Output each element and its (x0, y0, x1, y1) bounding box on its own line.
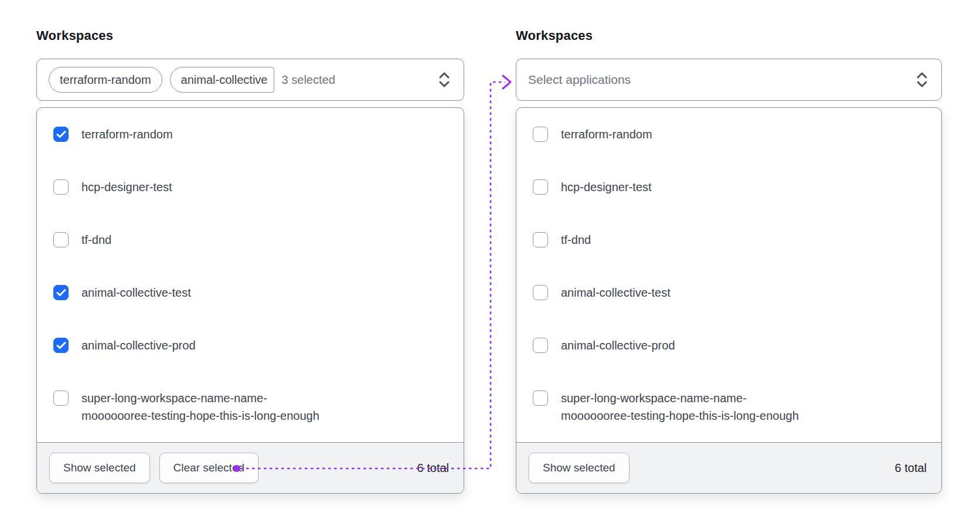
checkbox[interactable] (533, 338, 548, 353)
right-multiselect: Workspaces Select applications terraform… (516, 26, 942, 494)
right-panel-title: Workspaces (516, 26, 942, 46)
option-row[interactable]: animal-collective-test (516, 266, 941, 319)
check-icon (56, 288, 66, 297)
option-row[interactable]: tf-dnd (516, 213, 941, 266)
option-label: super-long-workspace-name-name- moooooor… (561, 389, 799, 424)
chevron-up-down-icon (437, 71, 452, 89)
option-row[interactable]: super-long-workspace-name-name- moooooor… (37, 372, 464, 442)
selected-count-text: 3 selected (282, 73, 335, 87)
option-label: tf-dnd (561, 231, 591, 249)
checkbox[interactable] (53, 338, 69, 353)
checkbox[interactable] (53, 232, 69, 247)
option-label: terraform-random (81, 125, 173, 143)
option-label: animal-collective-prod (81, 337, 196, 354)
selected-tag-label: animal-collective (181, 73, 268, 87)
option-label: terraform-random (561, 125, 652, 143)
option-row[interactable]: terraform-random (37, 108, 464, 161)
check-icon (56, 341, 66, 349)
option-label: animal-collective-prod (561, 337, 675, 354)
left-panel-title: Workspaces (36, 26, 464, 46)
right-options-listbox: terraform-random hcp-designer-test tf-dn… (516, 107, 942, 494)
option-row[interactable]: super-long-workspace-name-name- moooooor… (516, 372, 941, 442)
option-label: hcp-designer-test (81, 178, 172, 196)
checkbox[interactable] (533, 285, 548, 300)
option-label: animal-collective-test (81, 284, 191, 301)
right-listbox-footer: Show selected 6 total (516, 442, 941, 493)
right-select-trigger[interactable]: Select applications (516, 59, 942, 101)
checkbox[interactable] (53, 390, 69, 406)
selected-tag-truncated: animal-collective (170, 67, 274, 93)
option-row[interactable]: terraform-random (516, 108, 941, 161)
left-listbox-footer: Show selected Clear selected 6 total (37, 442, 464, 493)
option-label: tf-dnd (81, 231, 111, 249)
checkbox[interactable] (533, 179, 548, 195)
checkbox[interactable] (533, 232, 548, 247)
select-placeholder: Select applications (528, 73, 631, 87)
check-icon (56, 130, 66, 138)
selected-tag-label: terraform-random (60, 73, 151, 87)
checkbox[interactable] (53, 285, 69, 300)
chevron-up-down-icon (914, 71, 930, 89)
total-count-text: 6 total (417, 461, 449, 475)
total-count-text: 6 total (895, 461, 927, 475)
page: Workspaces terraform-random animal-colle… (0, 0, 980, 523)
option-label: hcp-designer-test (561, 178, 652, 196)
checkbox[interactable] (533, 390, 548, 406)
option-row[interactable]: animal-collective-prod (516, 319, 941, 372)
option-label: animal-collective-test (561, 284, 671, 301)
left-options-listbox: terraform-random hcp-designer-test tf-dn… (36, 107, 464, 494)
option-row[interactable]: hcp-designer-test (37, 161, 464, 213)
checkbox[interactable] (53, 179, 69, 195)
option-row[interactable]: tf-dnd (37, 213, 464, 266)
left-select-trigger[interactable]: terraform-random animal-collective 3 sel… (36, 59, 464, 101)
checkbox[interactable] (533, 127, 548, 142)
checkbox[interactable] (53, 127, 69, 142)
option-row[interactable]: hcp-designer-test (516, 161, 941, 213)
clear-selected-button[interactable]: Clear selected (159, 453, 258, 483)
left-multiselect: Workspaces terraform-random animal-colle… (36, 26, 464, 494)
option-row[interactable]: animal-collective-prod (37, 319, 464, 372)
show-selected-button[interactable]: Show selected (49, 453, 150, 483)
selected-tag: terraform-random (49, 67, 162, 93)
show-selected-button[interactable]: Show selected (529, 453, 629, 483)
option-label: super-long-workspace-name-name- moooooor… (81, 389, 319, 424)
option-row[interactable]: animal-collective-test (37, 266, 464, 319)
